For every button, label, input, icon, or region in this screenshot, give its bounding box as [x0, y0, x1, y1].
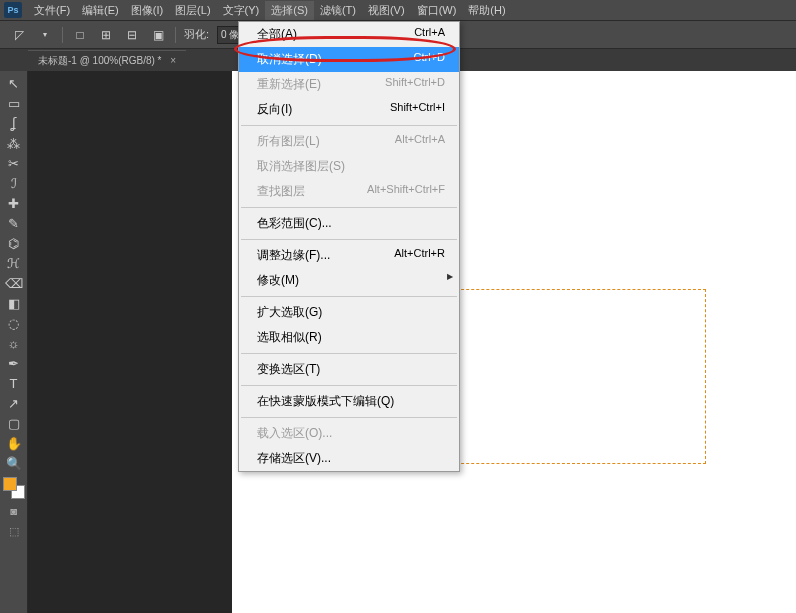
- menu-item: 所有图层(L)Alt+Ctrl+A: [239, 129, 459, 154]
- brush-tool-icon[interactable]: ✎: [3, 213, 25, 233]
- current-tool-icon[interactable]: ◸: [10, 26, 28, 44]
- document-tab[interactable]: 未标题-1 @ 100%(RGB/8) * ×: [28, 50, 186, 71]
- zoom-tool-icon[interactable]: 🔍: [3, 453, 25, 473]
- menu-item: 取消选择图层(S): [239, 154, 459, 179]
- menu-item: 载入选区(O)...: [239, 421, 459, 446]
- menu-item[interactable]: 存储选区(V)...: [239, 446, 459, 471]
- menu-item-label: 色彩范围(C)...: [257, 215, 332, 232]
- menubar: Ps 文件(F)编辑(E)图像(I)图层(L)文字(Y)选择(S)滤镜(T)视图…: [0, 0, 796, 21]
- separator: [175, 27, 176, 43]
- menu-选择[interactable]: 选择(S): [265, 1, 314, 20]
- blur-tool-icon[interactable]: ◌: [3, 313, 25, 333]
- menu-文件[interactable]: 文件(F): [28, 1, 76, 20]
- wand-tool-icon[interactable]: ⁂: [3, 133, 25, 153]
- eraser-tool-icon[interactable]: ⌫: [3, 273, 25, 293]
- path-tool-icon[interactable]: ↗: [3, 393, 25, 413]
- menu-item[interactable]: 选取相似(R): [239, 325, 459, 350]
- menu-文字[interactable]: 文字(Y): [217, 1, 266, 20]
- healing-tool-icon[interactable]: ✚: [3, 193, 25, 213]
- menu-帮助[interactable]: 帮助(H): [462, 1, 511, 20]
- shape-tool-icon[interactable]: ▢: [3, 413, 25, 433]
- foreground-color-swatch[interactable]: [3, 477, 17, 491]
- menu-item-shortcut: Shift+Ctrl+I: [390, 101, 445, 118]
- menu-item-shortcut: Ctrl+A: [414, 26, 445, 43]
- gradient-tool-icon[interactable]: ◧: [3, 293, 25, 313]
- menu-item-shortcut: Ctrl+D: [414, 51, 445, 68]
- menu-item-label: 修改(M): [257, 272, 299, 289]
- menu-separator: [241, 353, 457, 354]
- menu-item-label: 调整边缘(F)...: [257, 247, 330, 264]
- menu-滤镜[interactable]: 滤镜(T): [314, 1, 362, 20]
- color-swatches[interactable]: [3, 477, 25, 499]
- menu-item-label: 取消选择图层(S): [257, 158, 345, 175]
- menu-item-label: 反向(I): [257, 101, 292, 118]
- menu-item-label: 所有图层(L): [257, 133, 320, 150]
- app-logo: Ps: [4, 2, 22, 18]
- menu-item-label: 存储选区(V)...: [257, 450, 331, 467]
- menu-item-shortcut: Alt+Ctrl+A: [395, 133, 445, 150]
- crop-tool-icon[interactable]: ✂: [3, 153, 25, 173]
- menu-separator: [241, 125, 457, 126]
- menu-窗口[interactable]: 窗口(W): [411, 1, 463, 20]
- menu-item[interactable]: 在快速蒙版模式下编辑(Q): [239, 389, 459, 414]
- document-tab-label: 未标题-1 @ 100%(RGB/8) *: [38, 55, 162, 66]
- menu-item[interactable]: 色彩范围(C)...: [239, 211, 459, 236]
- menu-item: 查找图层Alt+Shift+Ctrl+F: [239, 179, 459, 204]
- selection-add-icon[interactable]: ⊞: [97, 26, 115, 44]
- selection-subtract-icon[interactable]: ⊟: [123, 26, 141, 44]
- menu-item-label: 重新选择(E): [257, 76, 321, 93]
- stamp-tool-icon[interactable]: ⌬: [3, 233, 25, 253]
- menu-编辑[interactable]: 编辑(E): [76, 1, 125, 20]
- feather-label: 羽化:: [184, 27, 209, 42]
- menu-图层[interactable]: 图层(L): [169, 1, 216, 20]
- menu-item-label: 在快速蒙版模式下编辑(Q): [257, 393, 394, 410]
- marquee-tool-icon[interactable]: ▭: [3, 93, 25, 113]
- tool-palette: ↖ ▭ ʆ ⁂ ✂ ℐ ✚ ✎ ⌬ ℋ ⌫ ◧ ◌ ☼ ✒ T ↗ ▢ ✋ 🔍 …: [0, 71, 28, 613]
- menu-item[interactable]: 变换选区(T): [239, 357, 459, 382]
- pen-tool-icon[interactable]: ✒: [3, 353, 25, 373]
- menu-item-label: 全部(A): [257, 26, 297, 43]
- menu-item[interactable]: 调整边缘(F)...Alt+Ctrl+R: [239, 243, 459, 268]
- move-tool-icon[interactable]: ↖: [3, 73, 25, 93]
- menu-item[interactable]: 扩大选取(G): [239, 300, 459, 325]
- menu-separator: [241, 417, 457, 418]
- menu-item[interactable]: 取消选择(D)Ctrl+D: [239, 47, 459, 72]
- menu-item-label: 查找图层: [257, 183, 305, 200]
- menu-item-shortcut: Alt+Ctrl+R: [394, 247, 445, 264]
- selection-intersect-icon[interactable]: ▣: [149, 26, 167, 44]
- menu-item[interactable]: 修改(M): [239, 268, 459, 293]
- type-tool-icon[interactable]: T: [3, 373, 25, 393]
- menu-item-label: 取消选择(D): [257, 51, 322, 68]
- history-brush-tool-icon[interactable]: ℋ: [3, 253, 25, 273]
- hand-tool-icon[interactable]: ✋: [3, 433, 25, 453]
- dodge-tool-icon[interactable]: ☼: [3, 333, 25, 353]
- menu-item[interactable]: 全部(A)Ctrl+A: [239, 22, 459, 47]
- quickmask-icon[interactable]: ◙: [5, 503, 23, 519]
- menu-separator: [241, 385, 457, 386]
- menu-item-shortcut: Alt+Shift+Ctrl+F: [367, 183, 445, 200]
- lasso-tool-icon[interactable]: ʆ: [3, 113, 25, 133]
- menu-item-label: 载入选区(O)...: [257, 425, 332, 442]
- menu-separator: [241, 296, 457, 297]
- close-icon[interactable]: ×: [170, 55, 176, 66]
- menu-item-label: 变换选区(T): [257, 361, 320, 378]
- selection-new-icon[interactable]: □: [71, 26, 89, 44]
- menu-item-shortcut: Shift+Ctrl+D: [385, 76, 445, 93]
- tool-dropdown-icon[interactable]: ▾: [36, 26, 54, 44]
- menu-视图[interactable]: 视图(V): [362, 1, 411, 20]
- menu-item-label: 选取相似(R): [257, 329, 322, 346]
- menu-item-label: 扩大选取(G): [257, 304, 322, 321]
- select-menu-dropdown: 全部(A)Ctrl+A取消选择(D)Ctrl+D重新选择(E)Shift+Ctr…: [238, 21, 460, 472]
- menu-separator: [241, 239, 457, 240]
- menu-item[interactable]: 反向(I)Shift+Ctrl+I: [239, 97, 459, 122]
- screenmode-icon[interactable]: ⬚: [5, 523, 23, 539]
- menu-图像[interactable]: 图像(I): [125, 1, 169, 20]
- menu-item: 重新选择(E)Shift+Ctrl+D: [239, 72, 459, 97]
- selection-marquee[interactable]: [441, 289, 706, 464]
- eyedropper-tool-icon[interactable]: ℐ: [3, 173, 25, 193]
- separator: [62, 27, 63, 43]
- menu-separator: [241, 207, 457, 208]
